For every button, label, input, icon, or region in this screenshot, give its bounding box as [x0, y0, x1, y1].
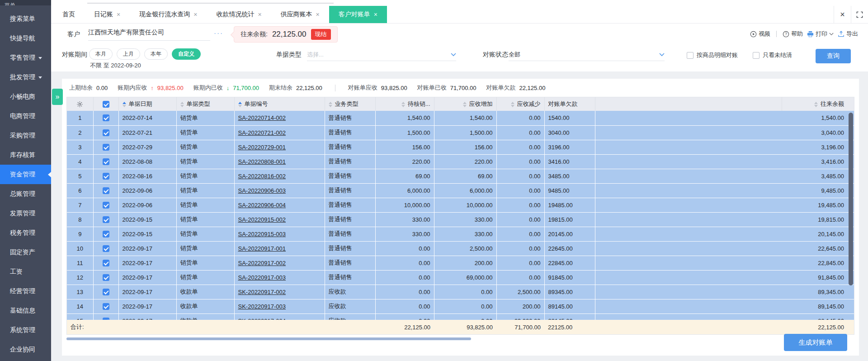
sidebar-item[interactable]: 小畅电商	[0, 87, 51, 106]
tab[interactable]: 收款情况统计×	[207, 6, 271, 23]
table-row[interactable]: 132022-09-17收款单SK-20220917-002应收款0.000.0…	[67, 285, 854, 299]
document-link[interactable]: SA-20220906-004	[238, 202, 286, 209]
column-header-add[interactable]: 应收增加	[434, 97, 496, 111]
expand-panel-button[interactable]: »	[52, 89, 63, 105]
sort-icon[interactable]	[401, 102, 405, 107]
more-icon[interactable]: ···	[214, 29, 223, 37]
status-select[interactable]: 全部	[509, 49, 665, 61]
column-header-owed[interactable]: 对账单欠款	[544, 97, 595, 111]
sidebar-item[interactable]: 采购管理	[0, 126, 51, 145]
column-header-filler[interactable]	[595, 97, 782, 111]
checkbox-unsettled[interactable]: 只看未结清	[753, 51, 792, 59]
sidebar-item[interactable]: 零售管理	[0, 48, 51, 67]
export-button[interactable]: 导出	[838, 30, 858, 38]
row-checkbox[interactable]	[103, 144, 109, 151]
period-pill[interactable]: 自定义	[172, 48, 201, 60]
table-row[interactable]: 82022-09-15销货单SA-20220915-002普通销售330.003…	[67, 212, 854, 227]
sidebar-item[interactable]: 工资	[0, 262, 51, 281]
document-link[interactable]: SA-20220915-003	[238, 231, 286, 238]
table-row[interactable]: 72022-09-06销货单SA-20220906-004普通销售10,000.…	[67, 198, 854, 212]
tab-close-icon[interactable]: ×	[374, 11, 377, 18]
table-row[interactable]: 142022-09-17收款单SK-20220917-003应收款0.000.0…	[67, 299, 854, 314]
tab[interactable]: 首页	[53, 6, 85, 23]
tab[interactable]: 客户对账单×	[329, 6, 387, 23]
period-range[interactable]: 不限 至 2022-09-20	[90, 62, 141, 70]
tab[interactable]: 现金银行流水查询×	[130, 6, 207, 23]
sidebar-item[interactable]: 经营管理	[0, 281, 51, 301]
row-checkbox[interactable]	[103, 187, 109, 194]
sidebar-item[interactable]: 搜索菜单	[0, 9, 51, 28]
table-row[interactable]: 12022-07-14销货单SA-20220714-002普通销售1,540.0…	[67, 111, 854, 125]
row-checkbox[interactable]	[103, 129, 109, 136]
sidebar-item[interactable]: 库存核算	[0, 145, 51, 165]
sidebar-item[interactable]: 固定资产	[0, 242, 51, 262]
document-link[interactable]: SA-20220714-002	[238, 114, 286, 121]
table-row[interactable]: 32022-07-29销货单SA-20220729-001普通销售156.001…	[67, 140, 854, 154]
document-link[interactable]: SA-20220917-003	[238, 274, 286, 281]
sort-icon[interactable]	[123, 102, 126, 107]
table-row[interactable]: 92022-09-15销货单SA-20220915-003普通销售330.003…	[67, 227, 854, 241]
sidebar-item[interactable]: 电商管理	[0, 106, 51, 126]
table-row[interactable]: 62022-09-06销货单SA-20220906-003普通销售6,000.0…	[67, 183, 854, 198]
tab-close-icon[interactable]: ×	[117, 11, 120, 18]
document-link[interactable]: SA-20220917-001	[238, 245, 286, 252]
query-button[interactable]: 查询	[816, 49, 851, 63]
row-checkbox[interactable]	[103, 158, 109, 165]
tab-close-icon[interactable]: ×	[193, 11, 197, 18]
fullscreen-icon[interactable]	[851, 6, 868, 23]
tab[interactable]: 供应商账本×	[271, 6, 329, 23]
sidebar-item[interactable]: 发票管理	[0, 204, 51, 223]
document-link[interactable]: SA-20220808-001	[238, 158, 286, 165]
document-link[interactable]: SA-20220906-003	[238, 187, 286, 194]
checkbox-detail[interactable]: 按商品明细对账	[687, 51, 738, 59]
document-link[interactable]: SK-20220917-002	[238, 289, 286, 295]
period-pill[interactable]: 本月	[89, 48, 113, 60]
column-header-date[interactable]: 单据日期	[118, 97, 176, 111]
tab-close-icon[interactable]: ×	[258, 11, 261, 18]
row-checkbox[interactable]	[103, 289, 109, 295]
sidebar-item[interactable]: 系统管理	[0, 320, 51, 340]
sidebar-item[interactable]: 税务管理	[0, 223, 51, 242]
table-row[interactable]: 152022-09-17收款单SK-20220917-004应收款0.000.0…	[67, 314, 854, 320]
sidebar-item[interactable]: 基础信息	[0, 301, 51, 320]
video-link[interactable]: 视频	[750, 30, 770, 38]
row-checkbox[interactable]	[103, 173, 109, 180]
sort-icon[interactable]	[329, 102, 332, 107]
sort-icon[interactable]	[180, 102, 184, 107]
table-row[interactable]: 102022-09-17销货单SA-20220917-001普通销售0.002,…	[67, 241, 854, 256]
sidebar-item[interactable]: 快捷导航	[0, 28, 51, 48]
table-row[interactable]: 122022-09-17销货单SA-20220917-003普通销售0.0069…	[67, 270, 854, 285]
document-link[interactable]: SK-20220917-003	[238, 303, 286, 310]
period-pill[interactable]: 上月	[117, 48, 140, 60]
sidebar-item[interactable]: 总账管理	[0, 184, 51, 204]
row-checkbox[interactable]	[103, 231, 109, 238]
document-link[interactable]: SA-20220721-002	[238, 129, 286, 136]
vertical-scrollbar[interactable]	[849, 113, 853, 285]
sidebar-item[interactable]: 资金管理	[0, 165, 51, 184]
column-header-dtype[interactable]: 单据类型	[176, 97, 234, 111]
tab-close-icon[interactable]: ×	[316, 11, 320, 18]
row-checkbox[interactable]	[103, 274, 109, 281]
sort-icon[interactable]	[511, 102, 514, 107]
doc-type-select[interactable]: 选择...	[307, 49, 456, 61]
row-checkbox[interactable]	[103, 245, 109, 252]
sort-icon[interactable]	[814, 102, 818, 107]
checkbox-icon[interactable]	[687, 52, 693, 59]
tab[interactable]: 日记账×	[85, 6, 130, 23]
horizontal-scrollbar[interactable]	[66, 337, 471, 340]
row-checkbox[interactable]	[103, 318, 109, 320]
generate-statement-button[interactable]: 生成对账单	[784, 334, 847, 351]
row-checkbox[interactable]	[103, 202, 109, 209]
document-link[interactable]: SA-20220729-001	[238, 144, 286, 151]
select-all-checkbox[interactable]	[103, 101, 109, 108]
table-row[interactable]: 112022-09-17销货单SA-20220917-002普通销售0.0020…	[67, 256, 854, 270]
column-header-minus[interactable]: 应收减少	[496, 97, 544, 111]
row-checkbox[interactable]	[103, 114, 109, 121]
help-link[interactable]: ? 帮助	[783, 30, 803, 38]
print-button[interactable]: 打印	[807, 30, 834, 38]
document-link[interactable]: SA-20220915-002	[238, 216, 286, 223]
document-link[interactable]: SA-20220917-002	[238, 260, 286, 266]
close-icon[interactable]: ×	[834, 6, 851, 23]
column-header-code[interactable]: 单据编号	[234, 97, 325, 111]
sort-icon[interactable]	[238, 102, 242, 107]
